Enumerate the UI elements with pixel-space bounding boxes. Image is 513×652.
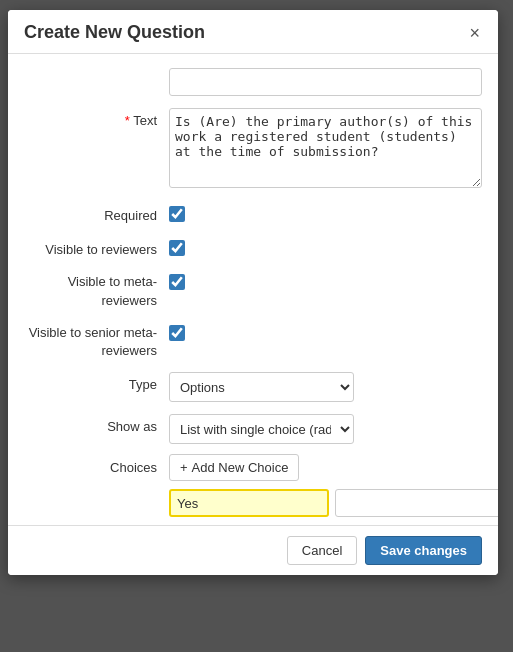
- text-row: Text Is (Are) the primary author(s) of t…: [8, 102, 498, 197]
- choices-label-row: Choices + Add New Choice ×: [24, 454, 482, 517]
- required-field: [169, 203, 482, 225]
- visible-senior-label: Visible to senior meta-reviewers: [24, 322, 169, 360]
- visible-senior-field: [169, 322, 482, 344]
- blank-label: [24, 68, 169, 72]
- type-label: Type: [24, 372, 169, 394]
- modal-overlay: Create New Question × Text Is (Are) the …: [0, 0, 513, 652]
- visible-reviewers-row: Visible to reviewers: [8, 231, 498, 265]
- required-row: Required: [8, 197, 498, 231]
- text-label: Text: [24, 108, 169, 130]
- save-button[interactable]: Save changes: [365, 536, 482, 565]
- show-as-select[interactable]: List with single choice (radio list) Dro…: [169, 414, 354, 444]
- type-row: Type Options Text Numeric: [8, 366, 498, 408]
- top-field: [169, 68, 482, 96]
- required-label: Required: [24, 203, 169, 225]
- show-as-field: List with single choice (radio list) Dro…: [169, 414, 482, 444]
- cancel-button[interactable]: Cancel: [287, 536, 357, 565]
- type-select[interactable]: Options Text Numeric: [169, 372, 354, 402]
- text-textarea[interactable]: Is (Are) the primary author(s) of this w…: [169, 108, 482, 188]
- plus-icon: +: [180, 460, 188, 475]
- add-choice-button[interactable]: + Add New Choice: [169, 454, 299, 481]
- top-input[interactable]: [169, 68, 482, 96]
- visible-reviewers-field: [169, 237, 482, 259]
- visible-meta-checkbox[interactable]: [169, 274, 185, 290]
- modal-header: Create New Question ×: [8, 10, 498, 54]
- modal-footer: Cancel Save changes: [8, 525, 498, 575]
- choice-extra-input[interactable]: [335, 489, 498, 517]
- choice-row: ×: [169, 489, 498, 517]
- visible-reviewers-checkbox[interactable]: [169, 240, 185, 256]
- modal-title: Create New Question: [24, 22, 205, 43]
- required-checkbox[interactable]: [169, 206, 185, 222]
- add-choice-label: Add New Choice: [192, 460, 289, 475]
- visible-senior-checkbox[interactable]: [169, 325, 185, 341]
- visible-meta-label: Visible to meta-reviewers: [24, 271, 169, 309]
- text-field-container: Is (Are) the primary author(s) of this w…: [169, 108, 482, 191]
- modal-body: Text Is (Are) the primary author(s) of t…: [8, 54, 498, 525]
- choices-content: + Add New Choice ×: [169, 454, 498, 517]
- create-question-modal: Create New Question × Text Is (Are) the …: [8, 10, 498, 575]
- show-as-row: Show as List with single choice (radio l…: [8, 408, 498, 450]
- top-input-row: [8, 62, 498, 102]
- visible-senior-row: Visible to senior meta-reviewers: [8, 316, 498, 366]
- visible-meta-field: [169, 271, 482, 293]
- choices-label: Choices: [24, 454, 169, 475]
- visible-reviewers-label: Visible to reviewers: [24, 237, 169, 259]
- close-button[interactable]: ×: [467, 24, 482, 42]
- visible-meta-row: Visible to meta-reviewers: [8, 265, 498, 315]
- type-field: Options Text Numeric: [169, 372, 482, 402]
- choices-section: Choices + Add New Choice ×: [8, 450, 498, 525]
- choice-value-input[interactable]: [169, 489, 329, 517]
- show-as-label: Show as: [24, 414, 169, 436]
